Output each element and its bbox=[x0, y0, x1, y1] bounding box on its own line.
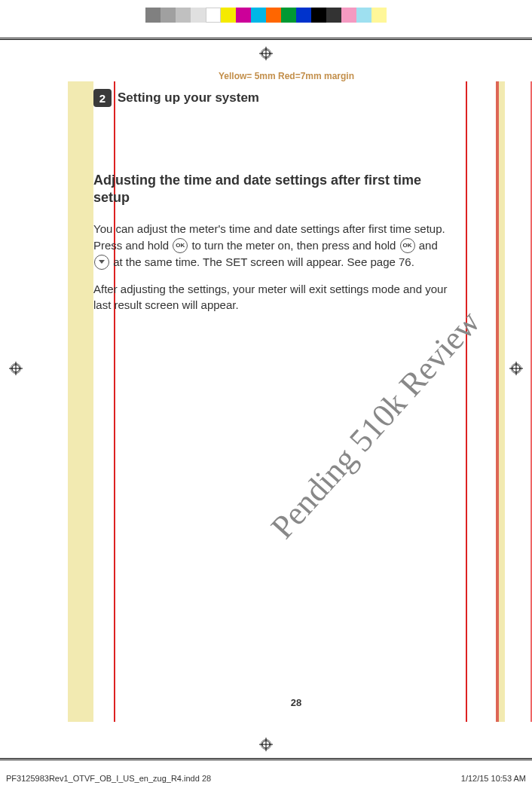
section-number-badge: 2 bbox=[93, 89, 112, 107]
crop-line-top bbox=[0, 38, 532, 38]
registration-mark-icon bbox=[259, 47, 273, 60]
paragraph-1: You can adjust the meter's time and date… bbox=[93, 221, 454, 271]
slug-timestamp: 1/12/15 10:53 AM bbox=[461, 774, 526, 783]
body-content: Adjusting the time and date settings aft… bbox=[93, 172, 454, 324]
subheading: Adjusting the time and date settings aft… bbox=[93, 172, 454, 207]
registration-mark-icon bbox=[9, 362, 23, 375]
margin-note: Yellow= 5mm Red=7mm margin bbox=[68, 71, 505, 81]
crop-line-bottom bbox=[0, 758, 532, 759]
down-button-icon bbox=[94, 255, 109, 270]
section-header: 2 Setting up your system bbox=[93, 89, 259, 107]
para1-text-b: to turn the meter on, then press and hol… bbox=[188, 239, 399, 252]
crop-line-bottom bbox=[0, 760, 532, 760]
page-content-box: 2 Setting up your system Adjusting the t… bbox=[93, 81, 499, 722]
registration-mark-icon bbox=[509, 362, 523, 375]
red-guide-right bbox=[466, 81, 467, 722]
crop-line-top bbox=[0, 39, 532, 40]
ok-button-icon: OK bbox=[400, 238, 415, 253]
slug-filename: PF3125983Rev1_OTVF_OB_I_US_en_zug_R4.ind… bbox=[6, 774, 211, 783]
registration-mark-icon bbox=[259, 738, 273, 751]
page-bleed-box: Yellow= 5mm Red=7mm margin 2 Setting up … bbox=[68, 81, 505, 722]
section-title: Setting up your system bbox=[118, 90, 259, 105]
ok-button-icon: OK bbox=[173, 238, 188, 253]
red-guide-edge bbox=[496, 81, 499, 722]
watermark-text: Pending 510k Review bbox=[263, 303, 488, 546]
paragraph-2: After adjusting the settings, your meter… bbox=[93, 281, 454, 314]
para1-text-d: at the same time. The SET screen will ap… bbox=[110, 255, 414, 268]
color-calibration-bar bbox=[145, 8, 387, 23]
footer-slug: PF3125983Rev1_OTVF_OB_I_US_en_zug_R4.ind… bbox=[6, 774, 526, 783]
para1-text-c: and bbox=[416, 239, 438, 252]
page-number: 28 bbox=[93, 697, 499, 708]
